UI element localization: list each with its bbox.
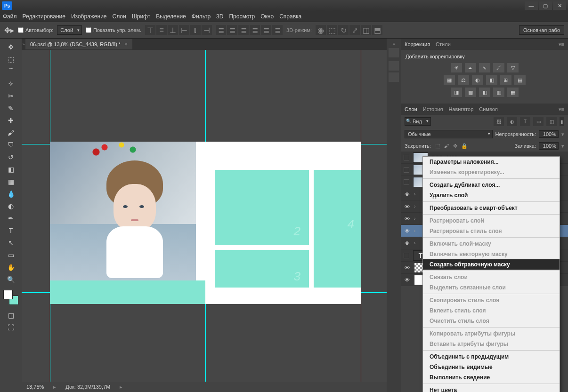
filter-adjust-icon[interactable]: ◐ — [507, 117, 517, 126]
blend-mode-dropdown[interactable]: Обычные — [405, 130, 493, 138]
align-hcenter-icon[interactable]: ⫿ — [190, 25, 201, 35]
autoselect-checkbox[interactable]: Автовыбор: — [18, 27, 53, 33]
context-menu-item[interactable]: Нет цвета — [423, 385, 560, 392]
menu-3d[interactable]: 3D — [216, 13, 223, 20]
panel-toggle-3[interactable] — [389, 72, 399, 82]
workspace-dropdown[interactable]: Основная рабо — [519, 25, 564, 35]
dist-2-icon[interactable]: ≣ — [227, 25, 237, 35]
context-menu-item[interactable]: Объединить видимые — [423, 362, 560, 372]
tab-correction[interactable]: Коррекция — [405, 41, 430, 47]
layer-visibility-icon[interactable]: 👁 — [404, 203, 410, 210]
context-menu-item[interactable]: Удалить слой — [423, 190, 560, 200]
zoom-input[interactable]: 13,75% — [26, 384, 44, 390]
3d-6-icon[interactable]: ⬒ — [372, 25, 382, 35]
adj-hue-icon[interactable]: ▦ — [444, 75, 455, 85]
3d-5-icon[interactable]: ◫ — [361, 25, 371, 35]
layer-visibility-icon[interactable]: 👁 — [404, 277, 410, 283]
panel-toggle-1[interactable] — [389, 48, 399, 57]
filter-smart-icon[interactable]: ◫ — [546, 117, 557, 126]
window-close[interactable]: ✕ — [553, 1, 566, 10]
fill-value[interactable]: 100% — [539, 142, 559, 150]
window-maximize[interactable]: ▢ — [539, 1, 552, 10]
eyedropper-tool[interactable]: ✎ — [5, 103, 16, 114]
zoom-tool[interactable]: 🔍 — [5, 274, 16, 285]
shape-tool[interactable]: ▭ — [5, 249, 16, 261]
layer-filter-dropdown[interactable]: Вид — [405, 117, 431, 126]
menu-edit[interactable]: Редактирование — [23, 13, 65, 20]
filter-toggle-icon[interactable]: ▮ — [560, 117, 564, 126]
dist-3-icon[interactable]: ≣ — [238, 25, 249, 35]
context-menu-item[interactable]: Выполнить сведение — [423, 372, 560, 383]
blur-tool[interactable]: 💧 — [5, 188, 16, 200]
adj-photofilter-icon[interactable]: ◧ — [486, 75, 497, 85]
menu-layers[interactable]: Слои — [113, 13, 126, 20]
doc-tab[interactable]: 06.psd @ 13,8% (DSC_4439, RGB/8) * × — [25, 39, 132, 49]
lasso-tool[interactable]: ⌒ — [5, 66, 16, 77]
layer-chevron-icon[interactable]: › — [414, 192, 419, 197]
filter-pixel-icon[interactable]: 🖼 — [494, 117, 504, 126]
dist-4-icon[interactable]: ≣ — [250, 25, 260, 35]
pen-tool[interactable]: ✒ — [5, 213, 16, 224]
lock-all-icon[interactable]: 🔒 — [461, 142, 468, 150]
context-menu-item[interactable]: Преобразовать в смарт-объект — [423, 203, 560, 213]
menu-filter[interactable]: Фильтр — [192, 13, 211, 20]
eraser-tool[interactable]: ◧ — [5, 164, 16, 175]
gradient-tool[interactable]: ▦ — [5, 176, 16, 187]
layer-visibility-icon[interactable]: 👁 — [404, 228, 410, 234]
layer-visibility-icon[interactable]: 👁 — [404, 240, 410, 247]
adj-lookup-icon[interactable]: ▤ — [514, 75, 526, 85]
dist-6-icon[interactable]: ≣ — [272, 25, 283, 35]
menu-type[interactable]: Шрифт — [132, 13, 150, 20]
context-menu-item[interactable]: Создать дубликат слоя... — [423, 180, 560, 190]
layer-visibility-icon[interactable]: 👁 — [404, 216, 410, 222]
panel-toggle-2[interactable] — [389, 61, 399, 71]
filter-shape-icon[interactable]: ▭ — [533, 117, 544, 126]
menu-window[interactable]: Окно — [260, 13, 274, 20]
3d-4-icon[interactable]: ⤢ — [349, 25, 360, 35]
adj-threshold-icon[interactable]: ◧ — [479, 88, 490, 97]
show-controls-checkbox[interactable]: Показать упр. элем. — [86, 27, 141, 33]
filter-type-icon[interactable]: T — [520, 117, 530, 126]
layer-visibility-icon[interactable] — [404, 253, 409, 258]
context-menu-item[interactable]: Параметры наложения... — [423, 157, 560, 167]
menu-image[interactable]: Изображение — [71, 13, 107, 20]
align-right-icon[interactable]: ⊣ — [202, 25, 212, 35]
layer-visibility-icon[interactable] — [404, 155, 409, 160]
adj-mixer-icon[interactable]: ⊞ — [500, 75, 511, 85]
align-left-icon[interactable]: ⊢ — [179, 25, 189, 35]
type-tool[interactable]: T — [5, 225, 16, 236]
layer-visibility-icon[interactable]: 👁 — [404, 264, 410, 271]
history-brush-tool[interactable]: ↺ — [5, 152, 16, 163]
autoselect-check[interactable] — [18, 27, 24, 33]
adj-selective-icon[interactable]: ▦ — [507, 88, 519, 97]
3d-2-icon[interactable]: ⬚ — [327, 25, 337, 35]
adj-invert-icon[interactable]: ◨ — [451, 88, 462, 97]
adj-levels-icon[interactable]: ⏶ — [465, 63, 476, 72]
dodge-tool[interactable]: ◐ — [5, 200, 16, 212]
layer-chevron-icon[interactable]: › — [414, 204, 419, 209]
3d-1-icon[interactable]: ◉ — [316, 25, 326, 35]
panel-collapse-icon[interactable]: « — [392, 41, 395, 46]
stamp-tool[interactable]: ⛉ — [5, 139, 16, 151]
heal-tool[interactable]: ✚ — [5, 115, 16, 126]
align-bottom-icon[interactable]: ⊥ — [168, 25, 178, 35]
dist-1-icon[interactable]: ≣ — [216, 25, 226, 35]
adj-posterize-icon[interactable]: ▩ — [465, 88, 476, 97]
align-top-icon[interactable]: ⊤ — [145, 25, 155, 35]
canvas-area[interactable]: 2 3 4 — [22, 50, 387, 382]
adj-balance-icon[interactable]: ⚖ — [458, 75, 469, 85]
3d-3-icon[interactable]: ↻ — [338, 25, 349, 35]
move-tool[interactable]: ✥ — [5, 41, 16, 53]
context-menu-item[interactable]: Создать обтравочную маску — [423, 259, 560, 270]
show-controls-check[interactable] — [86, 27, 91, 33]
dist-5-icon[interactable]: ≣ — [261, 25, 271, 35]
path-tool[interactable]: ↖ — [5, 237, 16, 248]
lock-position-icon[interactable]: ✥ — [452, 142, 459, 150]
layer-visibility-icon[interactable] — [404, 179, 409, 185]
panel-layers-menu-icon[interactable]: ▾≡ — [559, 106, 564, 112]
adj-bw-icon[interactable]: ◐ — [472, 75, 483, 85]
adj-brightness-icon[interactable]: ☀ — [451, 63, 462, 72]
tab-symbol[interactable]: Символ — [479, 106, 498, 112]
marquee-tool[interactable]: ⬚ — [5, 54, 16, 65]
opacity-value[interactable]: 100% — [539, 130, 559, 138]
